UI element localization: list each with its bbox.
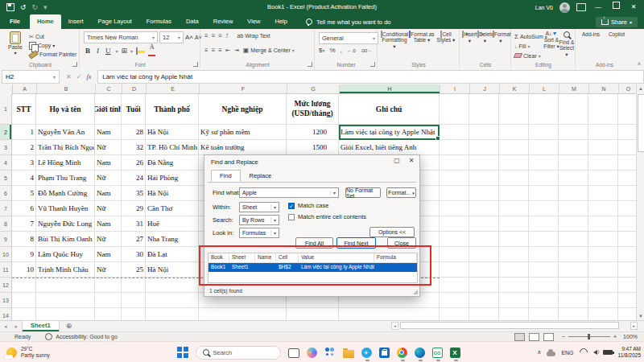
- file-explorer-icon[interactable]: [343, 348, 354, 358]
- row-header-4[interactable]: 4: [0, 155, 12, 171]
- cell[interactable]: [618, 171, 636, 186]
- dialog-maximize-button[interactable]: ▢: [390, 157, 403, 164]
- cell[interactable]: Giỏi Excel, biết tiếng Anh: [339, 140, 440, 155]
- cell[interactable]: [499, 232, 529, 247]
- row-header-5[interactable]: 5: [0, 171, 12, 186]
- store-icon[interactable]: [379, 348, 390, 358]
- taskbar-search-box[interactable]: Search: [196, 346, 281, 360]
- zoom-in-icon[interactable]: +: [613, 334, 617, 339]
- cell[interactable]: [146, 308, 199, 320]
- cell[interactable]: [95, 278, 122, 293]
- cell[interactable]: [499, 293, 529, 308]
- find-what-input[interactable]: Apple▾: [239, 187, 339, 198]
- underline-button[interactable]: U: [104, 47, 113, 55]
- user-avatar[interactable]: [559, 2, 570, 13]
- field-select-search[interactable]: By Rows▾: [239, 215, 279, 225]
- ribbon-tab-file[interactable]: File: [0, 14, 30, 29]
- sheet-tab-sheet1[interactable]: Sheet1: [22, 321, 60, 331]
- italic-button[interactable]: I: [95, 47, 101, 55]
- zoom-thumb[interactable]: [588, 334, 590, 339]
- cell[interactable]: [199, 308, 287, 320]
- cell[interactable]: [440, 278, 469, 293]
- cell[interactable]: [440, 186, 469, 201]
- page-break-view-icon[interactable]: [543, 333, 554, 341]
- wrap-text-button[interactable]: abWrap Text: [237, 33, 270, 39]
- cell[interactable]: [618, 232, 636, 247]
- telegram-icon[interactable]: ✈: [361, 348, 372, 358]
- cell[interactable]: Lâm Quốc Huy: [36, 247, 95, 262]
- column-header-N[interactable]: N: [589, 84, 619, 94]
- cell[interactable]: [529, 201, 559, 216]
- cell[interactable]: Nam: [95, 155, 122, 171]
- cell[interactable]: [529, 293, 559, 308]
- page-layout-view-icon[interactable]: [529, 333, 539, 341]
- cell[interactable]: [588, 278, 618, 293]
- cell[interactable]: [588, 125, 618, 140]
- cell[interactable]: 8: [12, 232, 36, 247]
- results-col-name[interactable]: Name: [255, 253, 276, 262]
- row-header-10[interactable]: 10: [0, 247, 12, 262]
- bold-button[interactable]: B: [84, 47, 92, 55]
- horizontal-scrollbar[interactable]: ◂ ▸: [391, 322, 638, 330]
- chrome-icon[interactable]: [397, 348, 407, 358]
- cell[interactable]: Cần Thơ: [146, 201, 199, 216]
- align-bottom-icon[interactable]: ≡: [218, 32, 221, 39]
- restore-button[interactable]: [610, 0, 621, 14]
- results-col-value[interactable]: Value: [299, 253, 374, 262]
- column-header-B[interactable]: B: [37, 84, 96, 94]
- cell[interactable]: Nha Trang: [146, 232, 199, 247]
- cell[interactable]: [588, 247, 618, 262]
- cell[interactable]: [440, 308, 469, 320]
- cell[interactable]: Thành phố: [146, 94, 199, 125]
- column-header-I[interactable]: I: [440, 84, 470, 94]
- cell[interactable]: [499, 171, 529, 186]
- find-select-button[interactable]: Find & Select ▾: [559, 31, 575, 57]
- cell[interactable]: Mức lương (USD/tháng): [287, 94, 339, 125]
- dialog-tab-replace[interactable]: Replace: [241, 170, 281, 182]
- ribbon-tab-insert[interactable]: Insert: [61, 14, 91, 29]
- options-button[interactable]: Options <<: [369, 227, 415, 237]
- cell[interactable]: [499, 140, 529, 155]
- clipboard-dialog-launcher[interactable]: [72, 62, 77, 67]
- cell[interactable]: [36, 293, 95, 308]
- cell[interactable]: [618, 216, 636, 232]
- row-header-8[interactable]: 8: [0, 216, 12, 232]
- result-row-selected[interactable]: Book1Sheet1$H$2Làm việc tại công ty Appl…: [208, 263, 417, 272]
- cell[interactable]: [618, 94, 636, 125]
- column-header-L[interactable]: L: [530, 84, 559, 94]
- cell[interactable]: [499, 125, 529, 140]
- cell[interactable]: [618, 155, 636, 171]
- increase-decimal-icon[interactable]: ←.0: [347, 48, 356, 53]
- decrease-indent-icon[interactable]: ⇤: [225, 47, 230, 54]
- cell[interactable]: 27: [122, 232, 146, 247]
- cell[interactable]: [146, 278, 199, 293]
- cell[interactable]: [469, 125, 499, 140]
- cell[interactable]: Nguyễn Đức Long: [36, 216, 95, 232]
- scroll-down-icon[interactable]: ▼: [637, 312, 644, 320]
- sort-filter-button[interactable]: A↓▼Sort & Filter ▾: [543, 31, 560, 49]
- column-header-M[interactable]: M: [559, 84, 589, 94]
- align-center-icon[interactable]: ≡: [212, 47, 215, 54]
- cell[interactable]: [559, 293, 588, 308]
- cell[interactable]: [469, 262, 499, 278]
- cell[interactable]: [559, 262, 588, 278]
- cell[interactable]: [588, 216, 618, 232]
- cell[interactable]: Vũ Thanh Huyền: [36, 201, 95, 216]
- cell[interactable]: [499, 216, 529, 232]
- add-sheet-icon[interactable]: ⊕: [60, 321, 79, 331]
- scroll-up-icon[interactable]: ▲: [637, 84, 644, 93]
- format-cells-button[interactable]: Format▾: [493, 31, 509, 43]
- format-painter-button[interactable]: Format Painter: [29, 50, 76, 59]
- cell[interactable]: [588, 171, 618, 186]
- cell[interactable]: [529, 247, 559, 262]
- cell[interactable]: [440, 247, 469, 262]
- cell[interactable]: Nguyễn Văn An: [36, 125, 95, 140]
- format-as-table-button[interactable]: Format as Table ▾: [409, 31, 435, 43]
- column-header-G[interactable]: G: [287, 84, 340, 94]
- orientation-icon[interactable]: ⤴: [225, 33, 229, 39]
- row-header-1[interactable]: 1: [0, 94, 12, 125]
- tray-chevron-icon[interactable]: ∧: [537, 349, 541, 356]
- cell[interactable]: 3: [12, 155, 36, 171]
- ribbon-tab-data[interactable]: Data: [179, 14, 206, 29]
- column-header-H[interactable]: H: [340, 84, 440, 94]
